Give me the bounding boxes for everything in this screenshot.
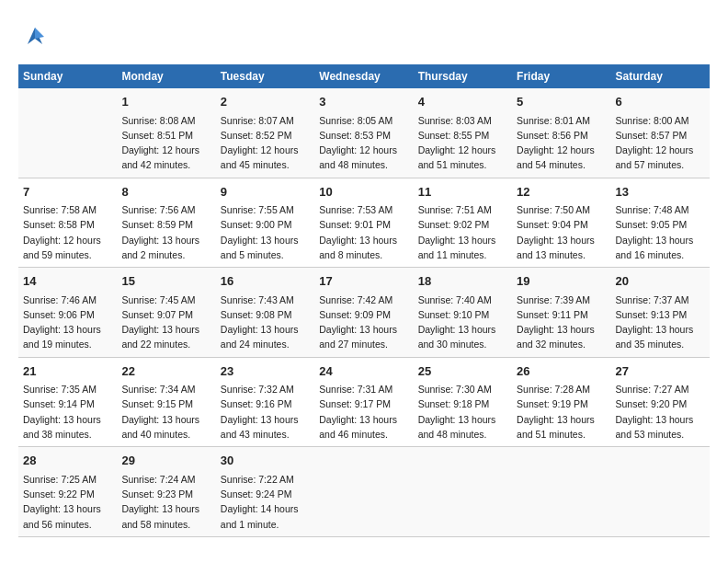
day-number: 17 xyxy=(319,272,408,291)
day-number: 16 xyxy=(221,272,310,291)
day-info: Sunrise: 7:28 AM Sunset: 9:19 PM Dayligh… xyxy=(517,382,606,442)
calendar-cell: 27Sunrise: 7:27 AM Sunset: 9:20 PM Dayli… xyxy=(611,357,710,447)
day-info: Sunrise: 7:31 AM Sunset: 9:17 PM Dayligh… xyxy=(319,382,408,442)
calendar-cell: 10Sunrise: 7:53 AM Sunset: 9:01 PM Dayli… xyxy=(314,178,413,268)
header-cell: Friday xyxy=(512,64,610,88)
day-number: 26 xyxy=(517,362,606,381)
calendar-cell: 16Sunrise: 7:43 AM Sunset: 9:08 PM Dayli… xyxy=(216,268,314,358)
day-number: 13 xyxy=(616,183,705,201)
day-info: Sunrise: 7:55 AM Sunset: 9:00 PM Dayligh… xyxy=(221,202,310,262)
day-info: Sunrise: 8:03 AM Sunset: 8:55 PM Dayligh… xyxy=(418,113,507,173)
calendar-cell: 14Sunrise: 7:46 AM Sunset: 9:06 PM Dayli… xyxy=(18,268,117,358)
calendar-cell xyxy=(611,447,710,537)
calendar-cell: 19Sunrise: 7:39 AM Sunset: 9:11 PM Dayli… xyxy=(512,268,610,358)
day-number: 24 xyxy=(319,362,408,381)
day-info: Sunrise: 7:30 AM Sunset: 9:18 PM Dayligh… xyxy=(418,382,507,442)
day-number: 15 xyxy=(121,272,210,291)
day-info: Sunrise: 7:42 AM Sunset: 9:09 PM Dayligh… xyxy=(319,293,408,352)
day-info: Sunrise: 7:32 AM Sunset: 9:16 PM Dayligh… xyxy=(221,382,310,442)
calendar-cell: 8Sunrise: 7:56 AM Sunset: 8:59 PM Daylig… xyxy=(117,178,215,268)
calendar-cell: 23Sunrise: 7:32 AM Sunset: 9:16 PM Dayli… xyxy=(216,357,314,447)
day-number: 1 xyxy=(121,93,210,111)
header-cell: Wednesday xyxy=(314,64,413,88)
day-number: 6 xyxy=(616,93,705,111)
logo-icon xyxy=(18,18,51,52)
calendar-week: 14Sunrise: 7:46 AM Sunset: 9:06 PM Dayli… xyxy=(18,268,710,358)
day-number: 29 xyxy=(121,452,210,470)
calendar-cell: 4Sunrise: 8:03 AM Sunset: 8:55 PM Daylig… xyxy=(414,88,512,178)
calendar-cell: 12Sunrise: 7:50 AM Sunset: 9:04 PM Dayli… xyxy=(512,178,610,268)
day-number: 30 xyxy=(221,452,310,470)
day-number: 5 xyxy=(517,93,606,111)
day-number: 2 xyxy=(221,93,310,111)
day-info: Sunrise: 7:35 AM Sunset: 9:14 PM Dayligh… xyxy=(23,382,112,442)
day-number: 18 xyxy=(418,272,507,291)
calendar-cell: 1Sunrise: 8:08 AM Sunset: 8:51 PM Daylig… xyxy=(117,88,215,178)
calendar-cell: 3Sunrise: 8:05 AM Sunset: 8:53 PM Daylig… xyxy=(314,88,413,178)
calendar-cell: 11Sunrise: 7:51 AM Sunset: 9:02 PM Dayli… xyxy=(414,178,512,268)
day-info: Sunrise: 7:43 AM Sunset: 9:08 PM Dayligh… xyxy=(221,293,310,352)
page-header xyxy=(18,18,710,55)
day-info: Sunrise: 8:01 AM Sunset: 8:56 PM Dayligh… xyxy=(517,113,606,173)
calendar-header: SundayMondayTuesdayWednesdayThursdayFrid… xyxy=(18,64,710,88)
calendar-cell: 25Sunrise: 7:30 AM Sunset: 9:18 PM Dayli… xyxy=(414,357,512,447)
header-cell: Sunday xyxy=(18,64,117,88)
calendar-cell xyxy=(314,447,413,537)
day-info: Sunrise: 7:25 AM Sunset: 9:22 PM Dayligh… xyxy=(23,472,112,532)
day-info: Sunrise: 7:27 AM Sunset: 9:20 PM Dayligh… xyxy=(616,382,705,442)
calendar-cell: 2Sunrise: 8:07 AM Sunset: 8:52 PM Daylig… xyxy=(216,88,314,178)
calendar-cell: 5Sunrise: 8:01 AM Sunset: 8:56 PM Daylig… xyxy=(512,88,610,178)
day-number: 10 xyxy=(319,183,408,201)
calendar-cell: 7Sunrise: 7:58 AM Sunset: 8:58 PM Daylig… xyxy=(18,178,117,268)
day-number: 9 xyxy=(221,183,310,201)
header-row: SundayMondayTuesdayWednesdayThursdayFrid… xyxy=(18,64,710,88)
calendar-cell: 29Sunrise: 7:24 AM Sunset: 9:23 PM Dayli… xyxy=(117,447,215,537)
calendar-cell: 21Sunrise: 7:35 AM Sunset: 9:14 PM Dayli… xyxy=(18,357,117,447)
day-info: Sunrise: 7:34 AM Sunset: 9:15 PM Dayligh… xyxy=(121,382,210,442)
calendar-week: 21Sunrise: 7:35 AM Sunset: 9:14 PM Dayli… xyxy=(18,357,710,447)
day-info: Sunrise: 8:05 AM Sunset: 8:53 PM Dayligh… xyxy=(319,113,408,173)
day-info: Sunrise: 7:48 AM Sunset: 9:05 PM Dayligh… xyxy=(616,202,705,262)
calendar-cell xyxy=(512,447,610,537)
day-number: 19 xyxy=(517,272,606,291)
day-info: Sunrise: 7:39 AM Sunset: 9:11 PM Dayligh… xyxy=(517,293,606,352)
day-info: Sunrise: 7:53 AM Sunset: 9:01 PM Dayligh… xyxy=(319,202,408,262)
calendar-week: 28Sunrise: 7:25 AM Sunset: 9:22 PM Dayli… xyxy=(18,447,710,537)
day-number: 22 xyxy=(121,362,210,381)
header-cell: Saturday xyxy=(611,64,710,88)
day-info: Sunrise: 7:40 AM Sunset: 9:10 PM Dayligh… xyxy=(418,293,507,352)
day-info: Sunrise: 7:51 AM Sunset: 9:02 PM Dayligh… xyxy=(418,202,507,262)
calendar-body: 1Sunrise: 8:08 AM Sunset: 8:51 PM Daylig… xyxy=(18,88,710,536)
day-info: Sunrise: 7:45 AM Sunset: 9:07 PM Dayligh… xyxy=(121,293,210,352)
calendar-cell xyxy=(414,447,512,537)
day-number: 21 xyxy=(23,362,112,381)
logo xyxy=(18,18,55,55)
day-number: 12 xyxy=(517,183,606,201)
calendar-cell xyxy=(18,88,117,178)
calendar-cell: 24Sunrise: 7:31 AM Sunset: 9:17 PM Dayli… xyxy=(314,357,413,447)
calendar-cell: 28Sunrise: 7:25 AM Sunset: 9:22 PM Dayli… xyxy=(18,447,117,537)
calendar-cell: 18Sunrise: 7:40 AM Sunset: 9:10 PM Dayli… xyxy=(414,268,512,358)
calendar-cell: 22Sunrise: 7:34 AM Sunset: 9:15 PM Dayli… xyxy=(117,357,215,447)
calendar-cell: 30Sunrise: 7:22 AM Sunset: 9:24 PM Dayli… xyxy=(216,447,314,537)
day-info: Sunrise: 7:22 AM Sunset: 9:24 PM Dayligh… xyxy=(221,472,310,532)
calendar-table: SundayMondayTuesdayWednesdayThursdayFrid… xyxy=(18,64,710,537)
calendar-cell: 6Sunrise: 8:00 AM Sunset: 8:57 PM Daylig… xyxy=(611,88,710,178)
day-info: Sunrise: 7:56 AM Sunset: 8:59 PM Dayligh… xyxy=(121,202,210,262)
header-cell: Tuesday xyxy=(216,64,314,88)
calendar-cell: 26Sunrise: 7:28 AM Sunset: 9:19 PM Dayli… xyxy=(512,357,610,447)
day-number: 11 xyxy=(418,183,507,201)
day-number: 14 xyxy=(23,272,112,291)
calendar-cell: 13Sunrise: 7:48 AM Sunset: 9:05 PM Dayli… xyxy=(611,178,710,268)
svg-marker-1 xyxy=(35,28,44,39)
day-number: 4 xyxy=(418,93,507,111)
day-number: 3 xyxy=(319,93,408,111)
day-number: 8 xyxy=(121,183,210,201)
day-number: 27 xyxy=(616,362,705,381)
header-cell: Monday xyxy=(117,64,215,88)
day-number: 25 xyxy=(418,362,507,381)
day-info: Sunrise: 7:24 AM Sunset: 9:23 PM Dayligh… xyxy=(121,472,210,532)
day-number: 7 xyxy=(23,183,112,201)
day-info: Sunrise: 7:50 AM Sunset: 9:04 PM Dayligh… xyxy=(517,202,606,262)
day-info: Sunrise: 8:00 AM Sunset: 8:57 PM Dayligh… xyxy=(616,113,705,173)
